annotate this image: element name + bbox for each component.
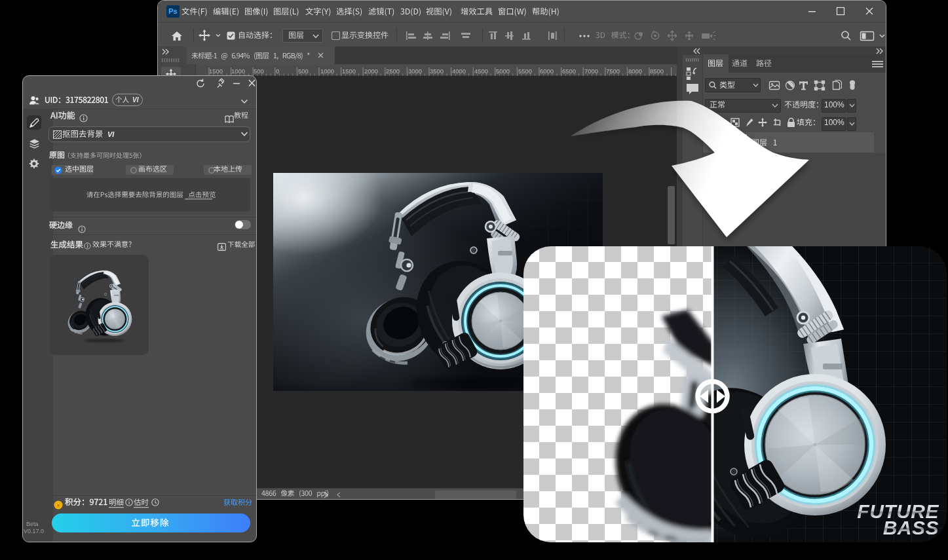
svg-text:BASS: BASS — [883, 517, 939, 538]
